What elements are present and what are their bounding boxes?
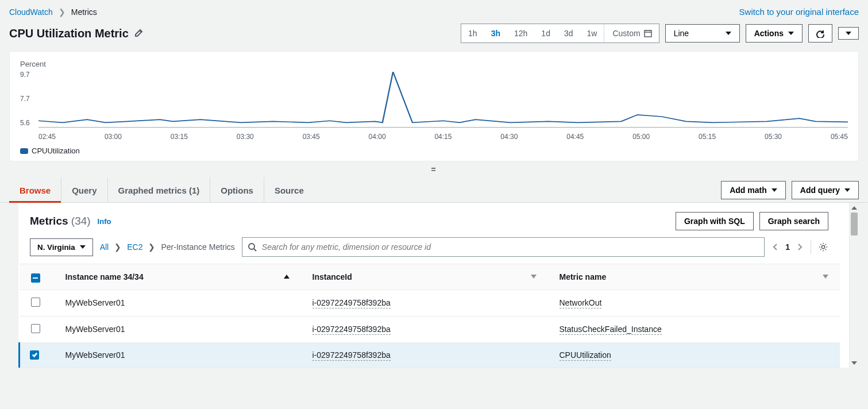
xtick: 05:45 — [831, 133, 848, 141]
refresh-button[interactable] — [808, 24, 832, 43]
breadcrumb-current: Metrics — [71, 7, 97, 17]
sort-icon[interactable] — [531, 275, 537, 279]
caret-down-icon — [771, 188, 777, 192]
cell-instance-id[interactable]: i-02972249758f392ba — [313, 325, 391, 335]
caret-down-icon — [80, 245, 86, 249]
scroll-down-button[interactable] — [850, 358, 859, 368]
select-all-checkbox[interactable] — [31, 273, 40, 283]
xtick: 04:15 — [434, 133, 452, 141]
sort-icon[interactable] — [823, 275, 828, 279]
search-box — [242, 237, 765, 257]
switch-interface-link[interactable]: Switch to your original interface — [739, 7, 859, 17]
cell-instance-name: MyWebServer01 — [54, 290, 301, 316]
scroll-up-button[interactable] — [850, 203, 859, 213]
xtick: 04:45 — [566, 133, 584, 141]
legend-swatch — [20, 148, 28, 154]
toolbar: 1h 3h 12h 1d 3d 1w Custom Line Actions — [461, 24, 859, 43]
time-custom[interactable]: Custom — [604, 24, 658, 43]
xtick: 03:00 — [105, 133, 122, 141]
col-metric-name[interactable]: Metric name — [560, 272, 607, 281]
time-1d[interactable]: 1d — [534, 24, 557, 43]
actions-button[interactable]: Actions — [746, 24, 803, 43]
page-title-text: CPU Utilization Metric — [9, 27, 129, 40]
search-input[interactable] — [242, 237, 765, 257]
page-title: CPU Utilization Metric — [9, 27, 145, 40]
table-row[interactable]: MyWebServer01 i-02972249758f392ba CPUUti… — [20, 342, 840, 368]
table-row[interactable]: MyWebServer01 i-02972249758f392ba Status… — [20, 316, 840, 342]
cell-instance-name: MyWebServer01 — [54, 342, 301, 368]
time-12h[interactable]: 12h — [507, 24, 534, 43]
xtick: 03:15 — [171, 133, 188, 141]
table-row[interactable]: MyWebServer01 i-02972249758f392ba Networ… — [20, 290, 840, 316]
actions-label: Actions — [754, 29, 784, 38]
cell-instance-id[interactable]: i-02972249758f392ba — [313, 350, 391, 361]
tab-browse[interactable]: Browse — [9, 178, 61, 202]
chevron-right-icon: ❯ — [148, 242, 155, 252]
chart-svg — [38, 72, 848, 132]
col-instance-name[interactable]: Instance name 34/34 — [65, 272, 144, 281]
resize-handle[interactable]: = — [0, 161, 868, 178]
add-math-button[interactable]: Add math — [721, 181, 786, 199]
cell-metric-name[interactable]: NetworkOut — [560, 298, 602, 308]
tab-source[interactable]: Source — [264, 178, 314, 202]
add-query-button[interactable]: Add query — [792, 181, 859, 199]
filter-row: N. Virginia All ❯ EC2 ❯ Per-Instance Met… — [18, 237, 840, 264]
xtick: 04:00 — [369, 133, 386, 141]
legend-label: CPUUtilization — [32, 146, 80, 155]
breadcrumb: CloudWatch ❯ Metrics Switch to your orig… — [0, 0, 868, 21]
page-prev-icon[interactable] — [771, 243, 780, 251]
xtick: 03:45 — [303, 133, 320, 141]
edit-icon[interactable] — [134, 28, 145, 38]
more-dropdown-button[interactable] — [838, 27, 859, 40]
xtick: 02:45 — [38, 133, 56, 141]
cell-instance-id[interactable]: i-02972249758f392ba — [313, 298, 391, 308]
search-icon — [248, 242, 257, 252]
caret-down-icon — [844, 188, 850, 192]
crumb-ec2[interactable]: EC2 — [127, 242, 142, 252]
chart-plot[interactable]: 9.7 7.7 5.6 02:45 03:00 03:15 03:30 03:4… — [20, 72, 848, 141]
cell-metric-name[interactable]: StatusCheckFailed_Instance — [560, 325, 662, 335]
row-checkbox[interactable] — [30, 350, 39, 360]
tabs: Browse Query Graphed metrics (1) Options… — [9, 178, 314, 202]
scrollbar[interactable] — [849, 203, 859, 368]
time-1w[interactable]: 1w — [580, 24, 604, 43]
xtick: 05:00 — [632, 133, 650, 141]
col-instance-id[interactable]: InstanceId — [313, 272, 352, 281]
svg-point-3 — [821, 245, 824, 248]
caret-down-icon — [726, 32, 731, 35]
chart-type-select[interactable]: Line — [665, 24, 740, 43]
region-label: N. Virginia — [37, 243, 75, 252]
row-checkbox[interactable] — [31, 324, 40, 333]
scroll-thumb[interactable] — [851, 213, 858, 236]
xtick: 03:30 — [237, 133, 254, 141]
metrics-panel: Metrics (34) Info Graph with SQL Graph s… — [18, 203, 850, 368]
info-link[interactable]: Info — [98, 217, 111, 226]
x-axis: 02:45 03:00 03:15 03:30 03:45 04:00 04:1… — [38, 133, 848, 141]
svg-rect-0 — [645, 30, 651, 37]
graph-search-button[interactable]: Graph search — [759, 212, 828, 230]
tab-graphed[interactable]: Graphed metrics (1) — [108, 178, 211, 202]
caret-down-icon — [846, 32, 851, 35]
page-next-icon[interactable] — [796, 243, 804, 251]
breadcrumb-root[interactable]: CloudWatch — [9, 7, 53, 17]
pager: 1 — [771, 242, 804, 252]
time-range-selector: 1h 3h 12h 1d 3d 1w Custom — [461, 24, 659, 43]
tab-query[interactable]: Query — [61, 178, 107, 202]
ytick: 5.6 — [20, 119, 30, 127]
row-checkbox[interactable] — [31, 298, 40, 307]
sort-asc-icon[interactable] — [284, 275, 290, 279]
xtick: 04:30 — [500, 133, 518, 141]
tab-options[interactable]: Options — [210, 178, 264, 202]
graph-sql-button[interactable]: Graph with SQL — [676, 212, 754, 230]
time-1h[interactable]: 1h — [461, 24, 484, 43]
chevron-right-icon: ❯ — [59, 7, 65, 17]
chevron-right-icon: ❯ — [114, 242, 121, 252]
add-math-label: Add math — [730, 186, 767, 195]
time-3d[interactable]: 3d — [557, 24, 580, 43]
gear-icon[interactable] — [818, 242, 828, 252]
time-3h[interactable]: 3h — [484, 24, 507, 43]
crumb-all[interactable]: All — [100, 242, 109, 252]
cell-metric-name[interactable]: CPUUtilization — [560, 350, 611, 361]
region-select[interactable]: N. Virginia — [30, 238, 93, 256]
ytick: 7.7 — [20, 95, 30, 103]
